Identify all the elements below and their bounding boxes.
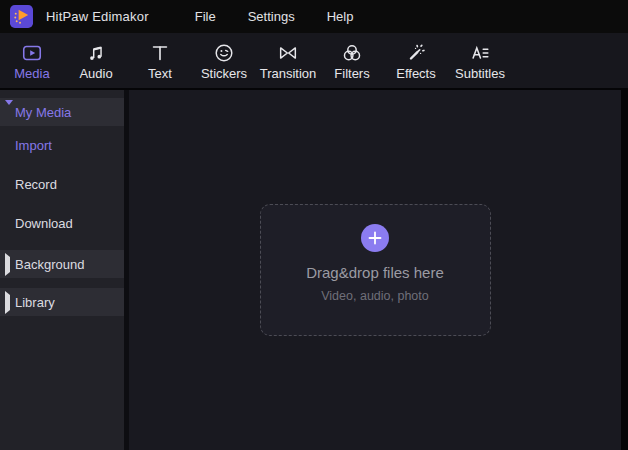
tab-subtitles[interactable]: Subtitles [448, 34, 512, 88]
tab-transition[interactable]: Transition [256, 34, 320, 88]
sidebar-section-label: Background [15, 257, 84, 272]
sidebar-section-label: Library [15, 295, 55, 310]
sidebar-item-record[interactable]: Record [0, 165, 124, 204]
tab-stickers[interactable]: Stickers [192, 34, 256, 88]
tab-audio[interactable]: Audio [64, 34, 128, 88]
media-icon [21, 42, 43, 64]
sidebar-item-download[interactable]: Download [0, 204, 124, 243]
sidebar-item-import[interactable]: Import [0, 126, 124, 165]
app-title: HitPaw Edimakor [46, 9, 149, 24]
tab-text-label: Text [148, 66, 172, 81]
menu-list: File Settings Help [179, 2, 370, 31]
tab-audio-label: Audio [79, 66, 112, 81]
effects-icon [405, 42, 427, 64]
dropzone-title: Drag&drop files here [306, 264, 444, 281]
app-window: HitPaw Edimakor File Settings Help Media [0, 0, 628, 450]
tab-subtitles-label: Subtitles [455, 66, 505, 81]
filters-icon [341, 42, 363, 64]
tab-filters-label: Filters [334, 66, 369, 81]
tab-effects[interactable]: Effects [384, 34, 448, 88]
expand-arrow-icon [5, 295, 15, 310]
sidebar-section-background[interactable]: Background [0, 250, 124, 278]
app-logo-icon [10, 5, 33, 28]
menubar: HitPaw Edimakor File Settings Help [0, 0, 628, 33]
dropzone-subtitle: Video, audio, photo [321, 289, 429, 303]
toolbar: Media Audio Text [0, 33, 628, 90]
content-area: My Media Import Record Download Backgrou… [0, 90, 628, 450]
sidebar-section-library[interactable]: Library [0, 288, 124, 316]
collapse-arrow-icon [5, 105, 15, 120]
tab-media[interactable]: Media [0, 34, 64, 88]
dropzone[interactable]: Drag&drop files here Video, audio, photo [260, 204, 491, 336]
text-icon [149, 42, 171, 64]
tab-effects-label: Effects [396, 66, 436, 81]
tab-filters[interactable]: Filters [320, 34, 384, 88]
subtitles-icon [469, 42, 491, 64]
sidebar-section-my-media[interactable]: My Media [0, 98, 124, 126]
media-panel: Drag&drop files here Video, audio, photo [129, 90, 628, 450]
plus-icon[interactable] [361, 224, 389, 252]
tab-text[interactable]: Text [128, 34, 192, 88]
menu-settings[interactable]: Settings [232, 2, 311, 31]
menu-help[interactable]: Help [311, 2, 370, 31]
stickers-icon [213, 42, 235, 64]
menu-file[interactable]: File [179, 2, 232, 31]
tab-media-label: Media [14, 66, 49, 81]
audio-icon [85, 42, 107, 64]
tab-transition-label: Transition [260, 66, 317, 81]
sidebar: My Media Import Record Download Backgrou… [0, 90, 124, 450]
sidebar-section-label: My Media [15, 105, 71, 120]
transition-icon [277, 42, 299, 64]
tab-stickers-label: Stickers [201, 66, 247, 81]
expand-arrow-icon [5, 257, 15, 272]
